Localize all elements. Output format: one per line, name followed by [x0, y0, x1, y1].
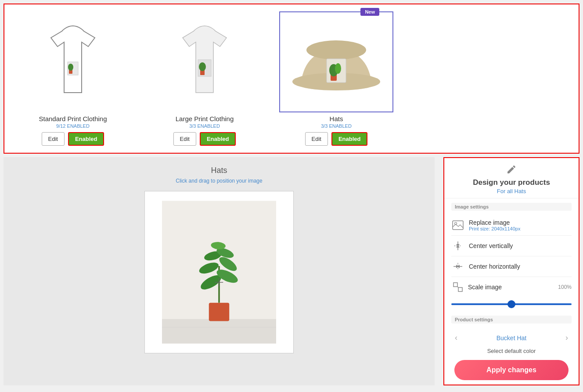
product-title-standard: Standard Print Clothing	[39, 115, 107, 122]
tshirt-filled-icon	[169, 22, 240, 101]
enabled-button-standard[interactable]: Enabled	[68, 132, 104, 146]
design-panel-subtitle: For all Hats	[497, 188, 526, 194]
product-actions-hats: Edit Enabled	[305, 132, 368, 146]
prev-product-arrow[interactable]: ‹	[451, 331, 461, 344]
plant-preview-image	[162, 200, 276, 345]
center-horizontally-label: Center horizontally	[469, 263, 572, 270]
pencil-header-icon	[506, 164, 517, 176]
preview-image-box[interactable]	[144, 191, 294, 353]
replace-image-icon	[451, 219, 464, 232]
product-card-standard-print: Standard Print Clothing 9/12 ENABLED Edi…	[11, 11, 134, 146]
next-product-arrow[interactable]: ›	[562, 331, 572, 344]
product-actions-standard: Edit Enabled	[42, 132, 104, 146]
product-actions-large: Edit Enabled	[173, 132, 236, 146]
product-title-hats: Hats	[330, 115, 343, 122]
svg-point-8	[306, 40, 366, 60]
design-panel-body: Image settings Replace image Print size:…	[444, 198, 579, 356]
design-panel: Design your products For all Hats Image …	[443, 157, 579, 385]
product-card-large-print: Large Print Clothing 3/3 ENABLED Edit En…	[143, 11, 266, 146]
center-vertically-icon	[451, 239, 464, 252]
hat-image-icon	[288, 25, 385, 99]
top-products-section: Standard Print Clothing 9/12 ENABLED Edi…	[4, 4, 579, 154]
product-settings-section: Product settings ‹ Bucket Hat › Select d…	[451, 316, 572, 356]
bottom-section: Hats Click and drag to position your ima…	[4, 157, 579, 385]
product-image-hats: New	[279, 11, 393, 112]
image-settings-label: Image settings	[451, 203, 572, 211]
product-image-large-print	[148, 11, 262, 112]
scale-image-row: Scale image 100%	[451, 277, 572, 297]
svg-rect-15	[209, 303, 229, 321]
edit-button-standard[interactable]: Edit	[42, 132, 65, 146]
svg-rect-14	[162, 319, 276, 344]
replace-image-option[interactable]: Replace image Print size: 2040x1140px	[451, 215, 572, 236]
svg-rect-39	[453, 283, 457, 287]
product-image-standard-print	[16, 11, 130, 112]
svg-point-2	[68, 64, 73, 71]
scale-image-label: Scale image	[468, 284, 554, 291]
svg-line-41	[457, 287, 458, 288]
center-vertically-option[interactable]: Center vertically	[451, 236, 572, 256]
apply-changes-button[interactable]: Apply changes	[454, 360, 569, 380]
scale-slider[interactable]	[451, 303, 572, 305]
product-nav-name: Bucket Hat	[497, 334, 526, 342]
svg-point-5	[199, 62, 206, 71]
print-size-label: Print size: 2040x1140px	[469, 226, 520, 231]
center-vertically-label: Center vertically	[469, 242, 572, 249]
center-horizontally-icon	[451, 260, 464, 273]
design-panel-title: Design your products	[473, 178, 550, 187]
design-panel-header: Design your products For all Hats	[444, 158, 579, 198]
replace-image-label: Replace image	[469, 219, 520, 226]
product-settings-label: Product settings	[451, 316, 572, 324]
tshirt-outline-icon	[38, 22, 108, 101]
svg-rect-27	[453, 221, 463, 230]
scale-percent-label: 100%	[558, 284, 572, 290]
scale-slider-wrap[interactable]	[451, 297, 572, 311]
svg-point-12	[335, 63, 341, 74]
product-count-standard: 9/12 ENABLED	[56, 123, 90, 129]
edit-button-large[interactable]: Edit	[173, 132, 196, 146]
scale-image-icon	[451, 281, 464, 294]
new-badge: New	[360, 8, 379, 16]
edit-button-hats[interactable]: Edit	[305, 132, 328, 146]
product-title-large: Large Print Clothing	[176, 115, 234, 122]
svg-rect-40	[458, 288, 462, 291]
preview-panel: Hats Click and drag to position your ima…	[4, 157, 435, 385]
product-nav-row: ‹ Bucket Hat ›	[451, 328, 572, 348]
product-count-hats: 3/3 ENABLED	[321, 123, 352, 129]
preview-title: Hats	[211, 166, 227, 175]
color-section-label: Select default color	[451, 348, 572, 354]
preview-subtitle: Click and drag to position your image	[176, 178, 262, 184]
center-horizontally-option[interactable]: Center horizontally	[451, 256, 572, 277]
enabled-button-hats[interactable]: Enabled	[331, 132, 368, 146]
enabled-button-large[interactable]: Enabled	[200, 132, 236, 146]
product-card-hats: New Hats 3/3 ENABLED Edit Enabled	[275, 11, 398, 146]
product-count-large: 3/3 ENABLED	[189, 123, 220, 129]
